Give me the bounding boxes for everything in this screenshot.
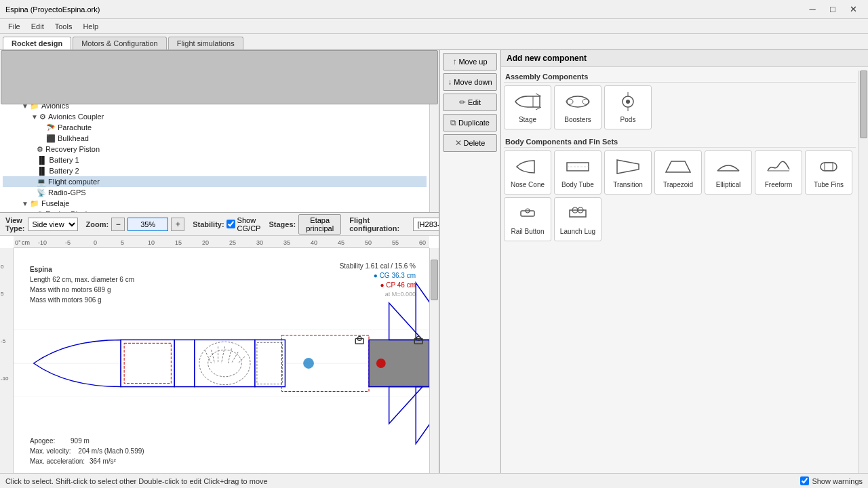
close-button[interactable]: ✕ [844,2,863,17]
component-boosters[interactable]: Boosters [554,85,601,129]
tree-item-flight-computer[interactable]: 💻 Flight computer [3,176,427,187]
tree-item-battery1[interactable]: ▐▌ Battery 1 [3,155,427,165]
tree-item-fuselaje[interactable]: ▼ 📁 Fuselaje [3,198,427,209]
rocket-drawing[interactable]: Espina Length 62 cm, max. diameter 6 cm … [14,248,429,479]
right-panel-scrollbar[interactable] [859,70,868,488]
titlebar: Espina (ProyectoEspina.ork) ─ □ ✕ [0,0,868,19]
show-warnings-checkbox[interactable] [800,476,809,485]
show-cgcp-label: Show CG/CP [237,216,261,232]
trapezoid-label: Trapezoid [663,181,693,188]
tree-item-recovery-piston[interactable]: ⚙ Recovery Piston [3,144,427,155]
svg-rect-26 [121,340,174,386]
svg-marker-49 [416,387,429,444]
tree-scrollbar[interactable] [429,50,439,212]
launch-lug-label: Launch Lug [560,228,595,235]
boosters-icon [564,92,591,114]
zoom-out-button[interactable]: − [111,218,125,231]
tree-item-radio-gps[interactable]: 📡 Radio-GPS [3,187,427,198]
svg-marker-68 [666,161,690,172]
tree-item-bulkhead[interactable]: ⬛ Bulkhead [3,133,427,144]
view-type-group: View Type: Side view Top view 3D view [5,216,78,232]
component-freeform[interactable]: Freeform [755,150,802,195]
view-type-select[interactable]: Side view Top view 3D view [28,218,78,231]
stage-button[interactable]: Etapa principal [298,214,341,235]
ruler-horizontal: 0° cm -10 -5 0 5 10 15 20 25 30 35 40 [14,236,429,248]
svg-text:0: 0 [1,264,4,270]
component-stage[interactable]: Stage [504,85,551,129]
menu-help[interactable]: Help [77,21,104,32]
component-body-tube[interactable]: Body Tube [554,150,601,195]
component-trapezoid[interactable]: Trapezoid [654,150,702,195]
launch-lug-icon [564,204,591,226]
tube-fins-label: Tube Fins [814,181,844,188]
flight-config-select[interactable]: [H283-15] [413,218,439,231]
tab-motors[interactable]: Motors & Configuration [73,37,167,49]
rail-button-label: Rail Button [511,228,545,235]
tree-item-parachute[interactable]: 🪂 Parachute [3,122,427,133]
svg-rect-39 [255,340,285,386]
menu-edit[interactable]: Edit [26,21,50,32]
menu-file[interactable]: File [3,21,26,32]
svg-point-58 [567,96,589,107]
trapezoid-icon [665,157,692,179]
move-down-icon: ↓ [448,77,452,87]
assembly-section-title: Assembly Components [504,70,856,83]
main-area: ▼ 📦 Espina ▼ ✈ Etapa principa ▲ Cono ▼ 📁 [0,50,868,488]
stages-label: Stages: [269,220,296,228]
svg-text:cm: cm [22,239,30,246]
transition-label: Transition [613,181,643,188]
svg-text:-5: -5 [65,239,71,246]
move-down-button[interactable]: ↓ Move down [443,73,497,91]
move-up-button[interactable]: ↑ Move up [443,53,497,70]
tube-fins-icon [815,157,842,179]
duplicate-button[interactable]: ⧉ Duplicate [443,114,497,131]
component-pods[interactable]: Pods [604,85,652,129]
menubar: File Edit Tools Help [0,19,868,34]
tab-flight-sim[interactable]: Flight simulations [168,37,243,49]
stability-label: Stability: [193,220,224,228]
stages-group: Stages: Etapa principal [269,214,341,235]
component-launch-lug[interactable]: Launch Lug [554,197,601,241]
duplicate-label: Duplicate [458,119,490,127]
tree-item-battery2[interactable]: ▐▌ Battery 2 [3,165,427,176]
svg-text:-10: -10 [1,375,9,382]
show-warnings-label: Show warnings [812,477,863,485]
maximize-button[interactable]: □ [823,2,842,17]
tab-rocket-design[interactable]: Rocket design [3,37,71,49]
right-panel: Add new component Assembly Components [500,50,868,488]
minimize-button[interactable]: ─ [803,2,822,17]
tree-item-engine-block[interactable]: ⚙ Engine Block [3,209,427,212]
zoom-group: Zoom: − + [86,218,185,231]
component-nose-cone[interactable]: Nose Cone [504,150,551,195]
rail-button-icon [514,204,541,226]
flight-config-group: Flight configuration: [H283-15] [349,216,439,232]
transition-icon [614,157,642,179]
component-rail-button[interactable]: Rail Button [504,197,551,241]
controls-bar: View Type: Side view Top view 3D view Zo… [0,213,439,236]
menu-tools[interactable]: Tools [50,21,78,32]
show-cgcp-checkbox[interactable] [226,220,235,228]
svg-rect-71 [821,163,837,171]
ruler-vertical: 0 5 -5 -10 [0,248,14,479]
tree-item-avionics-coupler[interactable]: ▼ ⚙ Avionics Coupler [3,111,427,122]
move-down-label: Move down [454,78,492,86]
pods-icon [614,92,642,114]
svg-rect-72 [825,163,833,171]
zoom-input[interactable] [127,218,168,231]
body-grid: Nose Cone Body Tube [504,150,856,241]
component-transition[interactable]: Transition [604,150,652,195]
component-tube-fins[interactable]: Tube Fins [805,150,852,195]
component-elliptical[interactable]: Elliptical [705,150,752,195]
move-up-icon: ↑ [452,57,456,66]
edit-button[interactable]: ✏ Edit [443,94,497,111]
svg-text:15: 15 [175,239,182,246]
delete-button[interactable]: ✕ Delete [443,134,497,152]
status-hint: Click to select. Shift-click to select o… [5,477,268,485]
acceleration-stat: Max. acceleration: 364 m/s² [30,456,144,466]
stage-label: Stage [519,116,536,123]
vertical-scrollbar[interactable] [429,248,439,479]
svg-text:5: 5 [1,291,4,297]
zoom-in-button[interactable]: + [171,218,184,231]
svg-rect-43 [355,338,363,344]
delete-label: Delete [464,139,486,147]
